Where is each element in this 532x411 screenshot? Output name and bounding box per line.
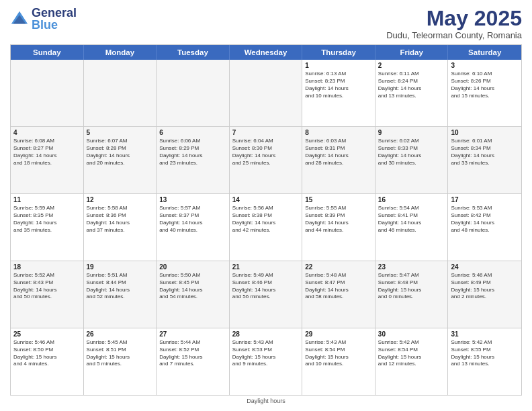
day-number: 6	[159, 129, 226, 136]
day-number: 13	[159, 196, 226, 203]
calendar-body: 1Sunrise: 6:13 AM Sunset: 8:23 PM Daylig…	[11, 60, 521, 395]
day-number: 8	[305, 129, 372, 136]
day-cell-1: 1Sunrise: 6:13 AM Sunset: 8:23 PM Daylig…	[302, 60, 375, 126]
day-details: Sunrise: 5:58 AM Sunset: 8:36 PM Dayligh…	[87, 205, 154, 234]
day-details: Sunrise: 5:49 AM Sunset: 8:46 PM Dayligh…	[232, 272, 300, 301]
day-number: 25	[13, 330, 81, 338]
day-cell-4: 4Sunrise: 6:08 AM Sunset: 8:27 PM Daylig…	[11, 127, 84, 193]
day-number: 14	[232, 196, 300, 203]
calendar-row-3: 18Sunrise: 5:52 AM Sunset: 8:43 PM Dayli…	[11, 261, 521, 328]
day-cell-22: 22Sunrise: 5:48 AM Sunset: 8:47 PM Dayli…	[302, 261, 375, 328]
day-cell-2: 2Sunrise: 6:11 AM Sunset: 8:24 PM Daylig…	[375, 60, 449, 126]
day-details: Sunrise: 5:46 AM Sunset: 8:49 PM Dayligh…	[451, 272, 519, 301]
day-details: Sunrise: 5:43 AM Sunset: 8:53 PM Dayligh…	[232, 339, 300, 368]
header-day-tuesday: Tuesday	[157, 45, 230, 60]
day-number: 24	[451, 263, 519, 271]
subtitle: Dudu, Teleorman County, Romania	[386, 30, 522, 40]
day-number: 20	[159, 263, 226, 271]
empty-cell	[230, 60, 303, 126]
header-day-wednesday: Wednesday	[230, 45, 303, 60]
calendar-header: SundayMondayTuesdayWednesdayThursdayFrid…	[11, 45, 521, 60]
day-cell-28: 28Sunrise: 5:43 AM Sunset: 8:53 PM Dayli…	[230, 328, 303, 395]
day-number: 15	[305, 196, 372, 203]
empty-cell	[84, 60, 157, 126]
footer-note: Daylight hours	[10, 398, 522, 404]
title-block: May 2025 Dudu, Teleorman County, Romania	[386, 7, 522, 40]
day-number: 4	[13, 129, 81, 136]
day-cell-7: 7Sunrise: 6:04 AM Sunset: 8:30 PM Daylig…	[230, 127, 303, 193]
header-day-saturday: Saturday	[448, 45, 521, 60]
day-number: 9	[378, 129, 445, 136]
day-number: 12	[87, 196, 154, 203]
day-cell-12: 12Sunrise: 5:58 AM Sunset: 8:36 PM Dayli…	[84, 194, 157, 261]
day-details: Sunrise: 5:53 AM Sunset: 8:42 PM Dayligh…	[451, 205, 519, 234]
day-cell-29: 29Sunrise: 5:43 AM Sunset: 8:54 PM Dayli…	[302, 328, 375, 395]
calendar-row-0: 1Sunrise: 6:13 AM Sunset: 8:23 PM Daylig…	[11, 60, 521, 127]
day-details: Sunrise: 6:08 AM Sunset: 8:27 PM Dayligh…	[13, 138, 81, 167]
day-details: Sunrise: 5:52 AM Sunset: 8:43 PM Dayligh…	[13, 272, 81, 301]
day-details: Sunrise: 6:04 AM Sunset: 8:30 PM Dayligh…	[232, 138, 300, 167]
day-number: 3	[451, 62, 519, 69]
day-details: Sunrise: 5:47 AM Sunset: 8:48 PM Dayligh…	[378, 272, 445, 301]
header-day-thursday: Thursday	[302, 45, 375, 60]
day-cell-23: 23Sunrise: 5:47 AM Sunset: 8:48 PM Dayli…	[375, 261, 449, 328]
day-details: Sunrise: 5:43 AM Sunset: 8:54 PM Dayligh…	[305, 339, 372, 368]
day-details: Sunrise: 5:55 AM Sunset: 8:39 PM Dayligh…	[305, 205, 372, 234]
day-details: Sunrise: 5:51 AM Sunset: 8:44 PM Dayligh…	[87, 272, 154, 301]
day-details: Sunrise: 6:11 AM Sunset: 8:24 PM Dayligh…	[378, 71, 445, 99]
day-cell-30: 30Sunrise: 5:42 AM Sunset: 8:54 PM Dayli…	[375, 328, 449, 395]
day-details: Sunrise: 6:03 AM Sunset: 8:31 PM Dayligh…	[305, 138, 372, 167]
day-cell-21: 21Sunrise: 5:49 AM Sunset: 8:46 PM Dayli…	[230, 261, 303, 328]
day-cell-16: 16Sunrise: 5:54 AM Sunset: 8:41 PM Dayli…	[375, 194, 449, 261]
day-cell-9: 9Sunrise: 6:02 AM Sunset: 8:33 PM Daylig…	[375, 127, 449, 193]
day-cell-14: 14Sunrise: 5:56 AM Sunset: 8:38 PM Dayli…	[230, 194, 303, 261]
calendar-row-4: 25Sunrise: 5:46 AM Sunset: 8:50 PM Dayli…	[11, 328, 521, 395]
header-day-sunday: Sunday	[11, 45, 84, 60]
day-details: Sunrise: 5:44 AM Sunset: 8:52 PM Dayligh…	[159, 339, 226, 368]
day-details: Sunrise: 6:06 AM Sunset: 8:29 PM Dayligh…	[159, 138, 226, 167]
day-details: Sunrise: 5:45 AM Sunset: 8:51 PM Dayligh…	[87, 339, 154, 368]
day-cell-3: 3Sunrise: 6:10 AM Sunset: 8:26 PM Daylig…	[448, 60, 521, 126]
day-number: 23	[378, 263, 445, 271]
calendar-row-2: 11Sunrise: 5:59 AM Sunset: 8:35 PM Dayli…	[11, 194, 521, 261]
day-number: 18	[13, 263, 81, 271]
header: General Blue May 2025 Dudu, Teleorman Co…	[10, 7, 522, 40]
day-number: 30	[378, 330, 445, 338]
day-details: Sunrise: 5:48 AM Sunset: 8:47 PM Dayligh…	[305, 272, 372, 301]
logo: General Blue	[10, 7, 77, 32]
day-cell-8: 8Sunrise: 6:03 AM Sunset: 8:31 PM Daylig…	[302, 127, 375, 193]
day-number: 16	[378, 196, 445, 203]
day-details: Sunrise: 6:02 AM Sunset: 8:33 PM Dayligh…	[378, 138, 445, 167]
day-details: Sunrise: 5:54 AM Sunset: 8:41 PM Dayligh…	[378, 205, 445, 234]
day-details: Sunrise: 5:50 AM Sunset: 8:45 PM Dayligh…	[159, 272, 226, 301]
day-number: 31	[451, 330, 519, 338]
day-details: Sunrise: 5:42 AM Sunset: 8:55 PM Dayligh…	[451, 339, 519, 368]
day-cell-15: 15Sunrise: 5:55 AM Sunset: 8:39 PM Dayli…	[302, 194, 375, 261]
empty-cell	[11, 60, 84, 126]
day-number: 5	[87, 129, 154, 136]
calendar: SundayMondayTuesdayWednesdayThursdayFrid…	[10, 44, 522, 396]
day-cell-11: 11Sunrise: 5:59 AM Sunset: 8:35 PM Dayli…	[11, 194, 84, 261]
day-cell-6: 6Sunrise: 6:06 AM Sunset: 8:29 PM Daylig…	[157, 127, 230, 193]
day-cell-25: 25Sunrise: 5:46 AM Sunset: 8:50 PM Dayli…	[11, 328, 84, 395]
day-details: Sunrise: 5:57 AM Sunset: 8:37 PM Dayligh…	[159, 205, 226, 234]
day-details: Sunrise: 5:42 AM Sunset: 8:54 PM Dayligh…	[378, 339, 445, 368]
day-number: 11	[13, 196, 81, 203]
day-number: 26	[87, 330, 154, 338]
day-number: 1	[305, 62, 372, 69]
day-cell-19: 19Sunrise: 5:51 AM Sunset: 8:44 PM Dayli…	[84, 261, 157, 328]
day-number: 27	[159, 330, 226, 338]
calendar-row-1: 4Sunrise: 6:08 AM Sunset: 8:27 PM Daylig…	[11, 127, 521, 194]
day-cell-20: 20Sunrise: 5:50 AM Sunset: 8:45 PM Dayli…	[157, 261, 230, 328]
logo-line2: Blue	[32, 19, 77, 32]
day-number: 7	[232, 129, 300, 136]
empty-cell	[157, 60, 230, 126]
header-day-monday: Monday	[84, 45, 157, 60]
day-number: 2	[378, 62, 445, 69]
day-cell-5: 5Sunrise: 6:07 AM Sunset: 8:28 PM Daylig…	[84, 127, 157, 193]
day-number: 19	[87, 263, 154, 271]
day-number: 28	[232, 330, 300, 338]
day-cell-10: 10Sunrise: 6:01 AM Sunset: 8:34 PM Dayli…	[448, 127, 521, 193]
day-cell-31: 31Sunrise: 5:42 AM Sunset: 8:55 PM Dayli…	[448, 328, 521, 395]
day-details: Sunrise: 5:59 AM Sunset: 8:35 PM Dayligh…	[13, 205, 81, 234]
